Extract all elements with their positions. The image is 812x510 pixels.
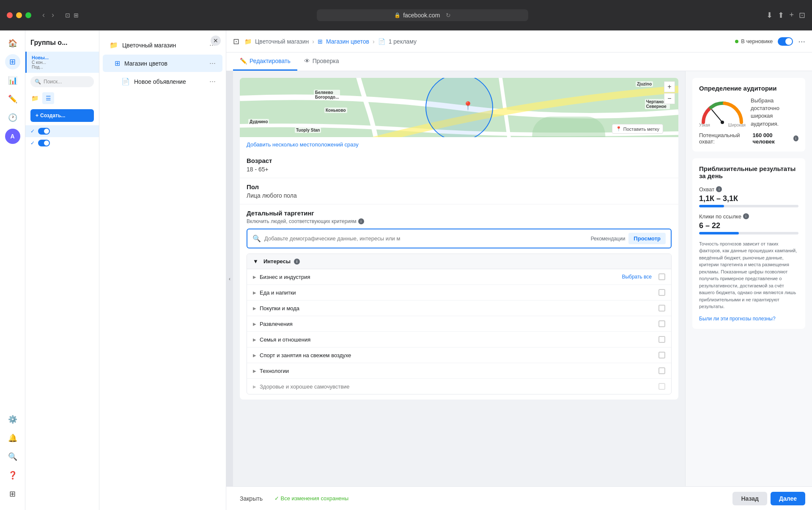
new-tab-icon[interactable]: +	[789, 11, 794, 20]
sidebar-icon-help[interactable]: ❓	[5, 468, 20, 483]
download-icon[interactable]: ⬇	[766, 11, 773, 20]
sidebar-icon-apps[interactable]: ⊞	[5, 486, 20, 502]
tree-item-ad[interactable]: 📄 Новое объявление ···	[103, 73, 222, 90]
tree-item-adset[interactable]: ⊞ Магазин цветов ···	[103, 55, 222, 72]
interest-item-4[interactable]: ▶ Семья и отношения	[247, 332, 671, 347]
targeting-info-icon[interactable]: i	[358, 218, 364, 224]
sidebar-toggle-icon[interactable]: ⊞	[74, 12, 79, 19]
interest-checkbox-1[interactable]	[658, 289, 665, 296]
tree-ad-dots[interactable]: ···	[209, 77, 216, 86]
back-nav-button[interactable]: ‹	[40, 9, 47, 21]
interest-checkbox-0[interactable]	[658, 273, 665, 280]
sidebar-new-label: Новы...	[32, 55, 94, 60]
interest-checkbox-2[interactable]	[658, 305, 665, 312]
extensions-icon[interactable]: ⊡	[799, 11, 805, 20]
interest-item-5[interactable]: ▶ Спорт и занятия на свежем воздухе	[247, 347, 671, 363]
interest-checkbox-6[interactable]	[658, 367, 665, 374]
breadcrumb: 📁 Цветочный магазин › ⊞ Магазин цветов ›…	[244, 38, 730, 45]
tab-review[interactable]: 👁 Проверка	[297, 52, 346, 71]
interest-checkbox-4[interactable]	[658, 336, 665, 343]
traffic-lights	[7, 12, 31, 18]
tree-item-campaign[interactable]: 📁 Цветочный магазин ···	[103, 36, 222, 54]
tree-ad-label: Новое объявление	[134, 78, 205, 85]
sidebar-icon-settings[interactable]: ⚙️	[5, 412, 20, 427]
tab-edit[interactable]: ✏️ Редактировать	[233, 52, 297, 71]
interests-dropdown: ▼ Интересы i ▶ Бизнес и индустрия Выбрат…	[247, 254, 672, 394]
address-bar[interactable]: 🔒 facebook.com ↻	[317, 9, 528, 21]
targeting-title: Детальный таргетинг	[247, 210, 672, 217]
search-input-bar[interactable]: 🔍 Рекомендации Просмотр	[247, 229, 672, 248]
interest-expand-6: ▶	[253, 369, 256, 373]
map-zoom-in[interactable]: +	[664, 81, 675, 92]
share-icon[interactable]: ⬆	[778, 11, 784, 20]
targeting-search-input[interactable]	[264, 235, 587, 242]
ad-icon: 📄	[121, 77, 130, 85]
back-button[interactable]: Назад	[732, 492, 767, 505]
breadcrumb-campaign[interactable]: Цветочный магазин	[255, 38, 309, 45]
tree-close-button[interactable]: ✕	[211, 36, 221, 46]
interest-item-1[interactable]: ▶ Еда и напитки	[247, 285, 671, 300]
browse-button[interactable]: Просмотр	[628, 233, 666, 244]
form-card: БеляевоБогородо... Zjuzino Коньково Черт…	[240, 78, 678, 400]
reach-info-icon[interactable]: i	[793, 135, 799, 141]
interest-item-6[interactable]: ▶ Технологии	[247, 363, 671, 379]
interest-item-3[interactable]: ▶ Развлечения	[247, 316, 671, 332]
sidebar-tab-folder[interactable]: 📁	[29, 92, 41, 104]
reach-metric-info[interactable]: i	[716, 186, 722, 192]
sidebar-icon-avatar[interactable]: A	[5, 129, 20, 144]
collapse-panel[interactable]: ‹	[226, 71, 233, 486]
nav-toggle[interactable]	[778, 37, 793, 46]
draft-dot	[735, 40, 738, 43]
metric-clicks-value: 6 – 22	[699, 221, 798, 230]
tree-adset-dots[interactable]: ···	[209, 59, 216, 68]
tab-edit-label: Редактировать	[250, 58, 291, 64]
save-status-text: ✓ Все изменения сохранены	[274, 495, 348, 502]
sidebar-icon-edit[interactable]: ✏️	[5, 91, 20, 107]
forward-nav-button[interactable]: ›	[49, 9, 57, 21]
map-set-pin-button[interactable]: 📍 Поставить метку	[612, 124, 663, 134]
collapse-interests-icon[interactable]: ▼	[253, 258, 258, 265]
feedback-link[interactable]: Были ли эти прогнозы полезны?	[699, 316, 776, 322]
sidebar-search[interactable]: 🔍 Поиск...	[30, 76, 94, 87]
gender-value: Лица любого пола	[247, 192, 672, 199]
sidebar-tab-list[interactable]: ☰	[42, 92, 54, 104]
tab-icon: ⊡	[65, 12, 70, 19]
interest-checkbox-3[interactable]	[658, 320, 665, 327]
sidebar-icon-search[interactable]: 🔍	[5, 449, 20, 464]
refresh-icon[interactable]: ↻	[446, 12, 451, 19]
nav-more-button[interactable]: ···	[798, 36, 805, 46]
toggle-1[interactable]	[38, 128, 50, 135]
interest-checkbox-7[interactable]	[658, 383, 665, 390]
clicks-metric-info[interactable]: i	[743, 213, 749, 219]
close-window-button[interactable]	[7, 12, 13, 18]
toggle-2[interactable]	[38, 140, 50, 146]
sidebar-icon-home[interactable]: 🏠	[5, 36, 20, 51]
map-label-konkovo: Коньково	[324, 108, 347, 113]
campaign-item-1[interactable]: ✓	[25, 125, 99, 137]
select-all-button-0[interactable]: Выбрать все	[622, 274, 652, 280]
audience-title: Определение аудитории	[699, 85, 798, 92]
interest-item-7[interactable]: ▶ Здоровье и хорошее самочувствие	[247, 379, 671, 394]
check-icon-2: ✓	[30, 140, 35, 146]
interests-info-icon[interactable]: i	[294, 259, 300, 265]
recommendations-button[interactable]: Рекомендации	[591, 236, 625, 242]
sidebar-icon-stats[interactable]: 📊	[5, 73, 20, 88]
create-button[interactable]: + Создать...	[30, 109, 94, 122]
map-zoom-out[interactable]: −	[664, 93, 675, 104]
sidebar-icon-grid[interactable]: ⊞	[5, 54, 20, 69]
add-location-link[interactable]: Добавить несколько местоположений сразу	[240, 137, 678, 152]
interest-checkbox-5[interactable]	[658, 352, 665, 358]
collapse-sidebar-icon[interactable]: ⊡	[233, 37, 239, 46]
interest-item-0[interactable]: ▶ Бизнес и индустрия Выбрать все	[247, 269, 671, 285]
next-button[interactable]: Далее	[771, 492, 805, 505]
sidebar-icon-bell[interactable]: 🔔	[5, 430, 20, 446]
interest-item-2[interactable]: ▶ Покупки и мода	[247, 300, 671, 316]
campaign-item-2[interactable]: ✓	[25, 137, 99, 149]
breadcrumb-adset[interactable]: Магазин цветов	[326, 38, 369, 45]
maximize-window-button[interactable]	[25, 12, 31, 18]
potential-reach: Потенциальный охват: 160 000 человек i	[699, 132, 798, 145]
sidebar-icon-history[interactable]: 🕐	[5, 110, 20, 125]
close-button[interactable]: Закрыть	[233, 492, 269, 505]
minimize-window-button[interactable]	[16, 12, 22, 18]
audience-card: Определение аудитории	[692, 78, 805, 152]
